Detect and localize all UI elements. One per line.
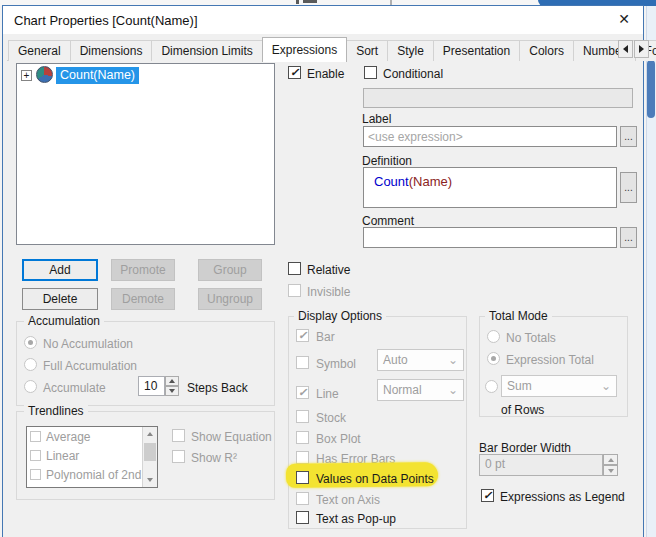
definition-box[interactable]: Count(Name) — [363, 167, 617, 208]
line-label: Line — [316, 387, 339, 401]
enable-label: Enable — [307, 67, 344, 81]
add-button[interactable]: Add — [22, 259, 98, 281]
background-artifact — [303, 0, 317, 3]
tab-dimension-limits[interactable]: Dimension Limits — [151, 40, 262, 61]
enable-checkbox[interactable]: ✓ — [288, 66, 301, 79]
trendline-item: Linear — [27, 446, 157, 465]
total-mode-function-dropdown: Sum⌄ — [501, 375, 617, 397]
trendlines-title: Trendlines — [24, 405, 88, 417]
sum-of-rows-radio — [485, 380, 498, 393]
comment-caption: Comment — [362, 214, 414, 228]
comment-input[interactable] — [363, 227, 617, 248]
expressions-as-legend-label: Expressions as Legend — [500, 490, 625, 504]
dialog-title: Chart Properties [Count(Name)] — [14, 13, 198, 28]
check-icon: ✓ — [297, 330, 308, 341]
relative-checkbox[interactable] — [288, 262, 301, 275]
bar-border-width-input: 0 pt — [479, 454, 603, 476]
tab-scroll-left-button[interactable] — [618, 40, 633, 58]
tab-scroll-arrows — [617, 40, 649, 58]
check-icon: ✓ — [482, 490, 493, 501]
polynomial-2nd-checkbox — [30, 469, 41, 480]
show-r2-label: Show R² — [191, 451, 237, 465]
tab-presentation[interactable]: Presentation — [433, 40, 520, 61]
scrollbar-up-button[interactable] — [143, 427, 157, 441]
scrollbar-thumb[interactable] — [144, 443, 156, 461]
invisible-checkbox — [288, 284, 301, 297]
values-on-data-points-checkbox[interactable] — [296, 471, 309, 484]
show-r2-checkbox — [172, 450, 185, 463]
label-input[interactable] — [363, 126, 617, 147]
expressions-as-legend-checkbox[interactable]: ✓ — [481, 489, 494, 502]
stepper-up-button — [603, 454, 618, 465]
promote-button: Promote — [111, 259, 175, 281]
text-as-popup-checkbox[interactable] — [296, 511, 309, 524]
tab-dimensions[interactable]: Dimensions — [70, 40, 153, 61]
has-error-bars-checkbox — [296, 451, 309, 464]
definition-function: Count — [374, 174, 409, 189]
of-rows-label: of Rows — [501, 403, 544, 417]
tab-scroll-right-button[interactable] — [634, 40, 649, 58]
group-button: Group — [198, 259, 262, 281]
comment-ellipsis-button[interactable]: ... — [620, 227, 637, 248]
full-accumulation-radio — [24, 358, 37, 371]
close-icon[interactable]: ✕ — [610, 9, 638, 30]
show-equation-label: Show Equation — [191, 430, 272, 444]
steps-back-label: Steps Back — [187, 381, 248, 395]
definition-ellipsis-button[interactable]: ... — [620, 172, 637, 203]
scroll-left-icon — [623, 45, 628, 53]
bar-checkbox: ✓ — [296, 329, 309, 342]
spinner-down-icon — [608, 469, 614, 473]
expression-tree-item[interactable]: Count(Name) — [56, 67, 139, 84]
trendline-item: Polynomial of 2nd d — [27, 465, 157, 484]
bar-border-width-caption: Bar Border Width — [479, 441, 571, 455]
symbol-label: Symbol — [316, 357, 356, 371]
trendline-item: Polynomial of 3rd d — [27, 484, 157, 488]
linear-checkbox — [30, 450, 41, 461]
line-checkbox: ✓ — [296, 386, 309, 399]
tab-style[interactable]: Style — [387, 40, 434, 61]
background-scrollbar-thumb — [647, 60, 655, 118]
tab-general[interactable]: General — [8, 40, 71, 61]
stepper-up-button[interactable] — [165, 376, 179, 386]
trendlines-listbox: Average Linear Polynomial of 2nd d Polyn… — [26, 426, 158, 488]
label-ellipsis-button[interactable]: ... — [620, 126, 637, 147]
ungroup-button: Ungroup — [198, 288, 262, 310]
line-dropdown: Normal⌄ — [377, 379, 464, 401]
conditional-label: Conditional — [383, 67, 443, 81]
tab-expressions[interactable]: Expressions — [262, 37, 347, 62]
average-checkbox — [30, 431, 41, 442]
scroll-right-icon — [639, 45, 644, 53]
full-accumulation-label: Full Accumulation — [43, 359, 137, 373]
stepper-down-button[interactable] — [165, 386, 179, 396]
stepper-down-button — [603, 465, 618, 476]
box-plot-label: Box Plot — [316, 432, 361, 446]
no-accumulation-label: No Accumulation — [43, 337, 133, 351]
chevron-down-icon: ⌄ — [448, 355, 458, 365]
show-equation-checkbox — [172, 429, 185, 442]
total-mode-title: Total Mode — [485, 310, 552, 322]
listbox-scrollbar[interactable] — [142, 427, 157, 487]
steps-back-stepper[interactable] — [165, 376, 179, 396]
tree-expand-icon[interactable]: + — [21, 70, 32, 81]
scroll-down-icon — [147, 478, 153, 482]
scrollbar-down-button[interactable] — [143, 473, 157, 487]
values-on-data-points-label: Values on Data Points — [316, 472, 434, 486]
tab-colors[interactable]: Colors — [519, 40, 574, 61]
background-artifact — [296, 0, 299, 4]
tab-sort[interactable]: Sort — [346, 40, 388, 61]
bar-border-width-stepper — [603, 454, 618, 476]
accumulate-label: Accumulate — [43, 381, 106, 395]
conditional-checkbox[interactable] — [364, 66, 377, 79]
text-on-axis-label: Text on Axis — [316, 493, 380, 507]
expression-total-label: Expression Total — [506, 353, 594, 367]
symbol-dropdown: Auto⌄ — [377, 349, 464, 371]
invisible-label: Invisible — [307, 285, 350, 299]
box-plot-checkbox — [296, 431, 309, 444]
steps-back-input[interactable]: 10 — [138, 376, 165, 396]
expression-list[interactable] — [16, 63, 275, 245]
no-totals-radio — [487, 330, 500, 343]
delete-button[interactable]: Delete — [22, 288, 98, 310]
spinner-down-icon — [169, 389, 175, 393]
spinner-up-icon — [169, 379, 175, 383]
text-as-popup-label: Text as Pop-up — [316, 512, 396, 526]
